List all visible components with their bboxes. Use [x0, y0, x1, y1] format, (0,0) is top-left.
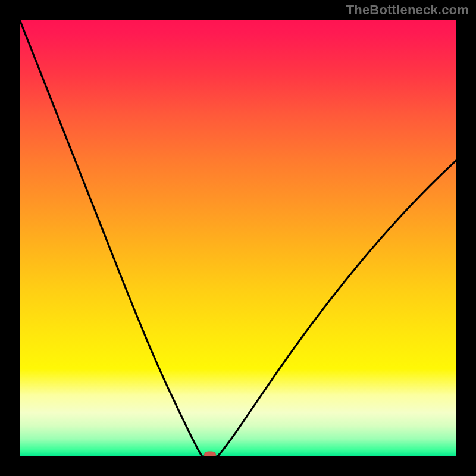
- optimal-marker: [204, 452, 216, 457]
- curve-layer: [20, 20, 456, 456]
- plot-area: [20, 20, 456, 456]
- bottleneck-curve: [20, 20, 456, 456]
- chart-frame: TheBottleneck.com: [0, 0, 476, 476]
- watermark-text: TheBottleneck.com: [346, 2, 469, 18]
